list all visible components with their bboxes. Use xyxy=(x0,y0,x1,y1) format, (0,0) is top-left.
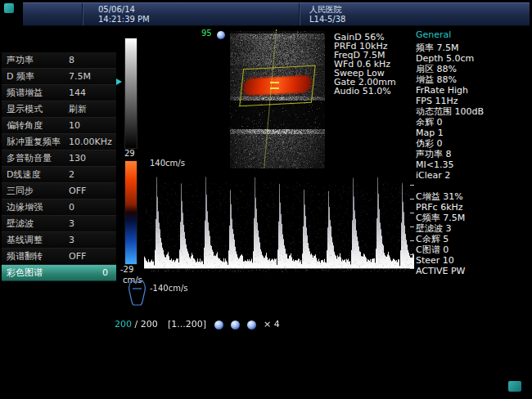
probe-name: L14-5/38 xyxy=(309,15,345,25)
param-label: 彩色图谱 xyxy=(2,267,69,279)
status-line: 动态范围 100dB xyxy=(416,106,532,117)
status-line: PRFc 6kHz xyxy=(416,202,532,213)
status-line: C图谱 0 xyxy=(416,244,532,255)
status-line: MI<1.35 xyxy=(416,159,532,170)
system-menu-icon[interactable] xyxy=(4,3,14,13)
param-value: 10.00KHz xyxy=(69,137,116,147)
cine-range: [1...200] xyxy=(168,319,206,330)
pointer-ball-icon[interactable] xyxy=(217,31,225,39)
datetime-display: 05/06/14 14:21:39 PM xyxy=(98,5,150,25)
param-value: 10 xyxy=(69,120,116,131)
param-row-triplex[interactable]: 三同步OFF xyxy=(2,183,116,200)
param-value: 2 xyxy=(69,169,116,180)
status-line: C余辉 5 xyxy=(416,234,532,244)
status-line: FrRate High xyxy=(416,85,532,96)
status-panel: General 频率 7.5M Depth 5.0cm 扇区 88% 增益 88… xyxy=(416,29,532,276)
status-line: 壁滤波 3 xyxy=(416,223,532,234)
param-value: 3 xyxy=(69,218,116,229)
cine-ball-icon[interactable] xyxy=(247,321,256,330)
status-line: Depth 5.0cm xyxy=(416,53,532,64)
param-row-prf[interactable]: 脉冲重复频率10.00KHz xyxy=(2,134,116,150)
exam-info: 人民医院 L14-5/38 xyxy=(309,5,345,25)
spectrum-scale-bottom: -140cm/s xyxy=(150,284,188,293)
status-line: 余辉 0 xyxy=(416,117,532,128)
gain-readout: 95 xyxy=(201,29,212,38)
param-label: D 频率 xyxy=(2,70,69,83)
focus-marker-icon[interactable] xyxy=(116,78,122,85)
status-line: 声功率 8 xyxy=(416,149,532,159)
color-doppler-bar xyxy=(124,160,138,265)
color-scale-max: 29 xyxy=(124,149,135,158)
param-row-color-map-selected[interactable]: 彩色图谱0 xyxy=(2,265,116,281)
param-label: 边缘增强 xyxy=(2,201,69,213)
header-divider xyxy=(299,3,300,25)
param-row-spectrum-invert[interactable]: 频谱翻转OFF xyxy=(2,249,116,265)
param-label: 显示模式 xyxy=(2,103,69,115)
param-label: D线速度 xyxy=(2,168,69,181)
param-label: 壁滤波 xyxy=(2,217,69,230)
time-text: 14:21:39 PM xyxy=(98,15,150,25)
cine-frame-counter: 200 / 200 xyxy=(115,319,158,330)
spectrum-scale-top: 140cm/s xyxy=(150,159,185,168)
doppler-info-overlay: GainD 56% PRFd 10kHz FreqD 7.5M WFd 0.6 … xyxy=(334,33,396,96)
param-row-wall-filter[interactable]: 壁滤波3 xyxy=(2,216,116,232)
param-row-spectrum-gain[interactable]: 频谱增益144 xyxy=(2,85,116,101)
body-marker-icon[interactable] xyxy=(125,278,148,311)
param-label: 脉冲重复频率 xyxy=(2,136,69,148)
info-line: Audio 51.0% xyxy=(334,87,396,96)
param-row-steer-angle[interactable]: 偏转角度10 xyxy=(2,118,116,134)
status-panel-title: General xyxy=(416,29,532,40)
param-value: 7.5M xyxy=(69,71,116,82)
cine-speed: × 4 xyxy=(264,319,280,330)
param-label: 频谱增益 xyxy=(2,87,69,99)
param-label: 频谱翻转 xyxy=(2,250,69,262)
param-value: OFF xyxy=(69,186,116,196)
cine-separator: / xyxy=(135,319,138,330)
param-value: 144 xyxy=(69,87,116,98)
header-divider xyxy=(82,3,83,25)
param-value: 8 xyxy=(69,55,116,65)
param-value: OFF xyxy=(69,251,116,262)
status-line: 增益 88% xyxy=(416,74,532,85)
cine-ball-icon[interactable] xyxy=(214,321,223,330)
param-label: 三同步 xyxy=(2,185,69,197)
spectral-waveform xyxy=(144,168,414,283)
sample-gate-icon[interactable] xyxy=(270,82,279,89)
cine-total-frames: 200 xyxy=(141,319,158,330)
status-line: FPS 11Hz xyxy=(416,96,532,106)
status-line: 扇区 88% xyxy=(416,64,532,74)
date-text: 05/06/14 xyxy=(98,5,150,15)
param-row-d-freq[interactable]: D 频率7.5M xyxy=(2,69,116,85)
color-scale-min: -29 xyxy=(120,265,133,274)
param-label: 偏转角度 xyxy=(2,119,69,132)
ultrasound-screen: 05/06/14 14:21:39 PM 人民医院 L14-5/38 声功率8 … xyxy=(0,0,532,399)
spectral-display xyxy=(144,168,414,283)
param-label: 多普勒音量 xyxy=(2,152,69,164)
param-row-d-line-speed[interactable]: D线速度2 xyxy=(2,167,116,183)
param-value: 0 xyxy=(69,267,116,278)
param-label: 声功率 xyxy=(2,54,69,66)
status-line: Steer 10 xyxy=(416,255,532,266)
status-line: 伪彩 0 xyxy=(416,138,532,149)
status-line: C频率 7.5M xyxy=(416,213,532,223)
status-line: Map 1 xyxy=(416,128,532,138)
param-label: 基线调整 xyxy=(2,234,69,246)
cine-controls xyxy=(214,321,256,330)
param-row-acoustic-power[interactable]: 声功率8 xyxy=(2,52,116,69)
cine-current-frame: 200 xyxy=(115,319,132,330)
cine-ball-icon[interactable] xyxy=(231,321,240,330)
hospital-name: 人民医院 xyxy=(309,5,345,15)
param-value: 3 xyxy=(69,235,116,245)
grayscale-bar xyxy=(124,38,138,149)
header-bar: 05/06/14 14:21:39 PM 人民医院 L14-5/38 xyxy=(23,2,530,26)
param-row-edge-enhance[interactable]: 边缘增强0 xyxy=(2,200,116,216)
param-value: 130 xyxy=(69,153,116,164)
active-mode-label: ACTIVE PW xyxy=(416,266,532,276)
corner-status-icon[interactable] xyxy=(508,381,521,392)
param-row-display-mode[interactable]: 显示模式刷新 xyxy=(2,101,116,118)
param-row-doppler-volume[interactable]: 多普勒音量130 xyxy=(2,150,116,167)
param-value: 刷新 xyxy=(69,103,116,115)
param-value: 0 xyxy=(69,202,116,213)
bmode-image-area xyxy=(230,31,325,168)
param-row-baseline[interactable]: 基线调整3 xyxy=(2,232,116,249)
